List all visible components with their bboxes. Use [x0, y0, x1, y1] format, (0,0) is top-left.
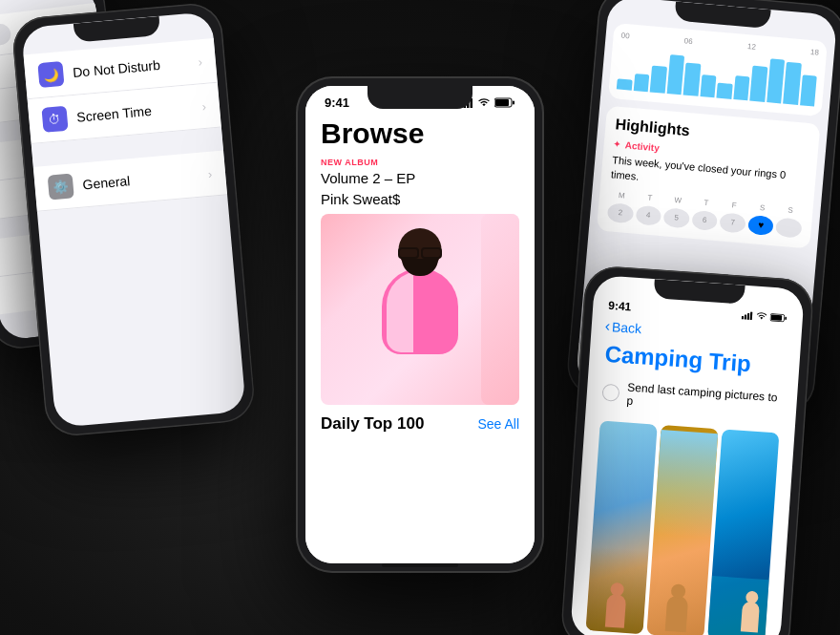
circle-2: 4	[635, 204, 662, 225]
phone-settings-main: 🌙 Do Not Disturb › ⏱ Screen Time ›	[10, 1, 257, 437]
chart-bar-9	[749, 66, 767, 102]
chart-bar-11	[783, 62, 801, 105]
day-W: W	[665, 195, 691, 205]
chart-label-00: 00	[620, 32, 630, 41]
checkbox-icon[interactable]	[601, 384, 620, 402]
home-indicator-music	[382, 563, 458, 567]
chart-bar-12	[800, 74, 817, 106]
chevron-screen-time: ›	[201, 98, 207, 113]
notes-status-icons	[742, 310, 788, 322]
chart-bar-8	[733, 75, 750, 101]
general-icon: ⚙️	[48, 173, 74, 200]
chart-bar-7	[716, 82, 732, 98]
chart-bar-10	[766, 58, 785, 103]
notch-music	[368, 86, 472, 109]
phone-music-main: 9:41	[296, 76, 544, 573]
svg-rect-5	[495, 99, 509, 106]
chart-bar-2	[633, 74, 649, 93]
camping-photo-2	[646, 425, 718, 635]
chart-bar-4	[666, 54, 684, 95]
chevron-general: ›	[207, 166, 213, 180]
camping-photo-1	[586, 421, 658, 635]
screen-time-icon: ⏱	[41, 106, 68, 133]
day-F: F	[722, 200, 747, 210]
phone-screen-2: 🌙 Do Not Disturb › ⏱ Screen Time ›	[21, 11, 246, 428]
day-T2: T	[693, 198, 719, 208]
back-label: Back	[612, 319, 642, 336]
chart-label-18: 18	[810, 48, 820, 57]
phone-screen-notes: 9:41	[570, 275, 805, 635]
circle-heart-active: ♥	[747, 215, 774, 236]
circle-3: 5	[663, 207, 690, 228]
new-album-label: NEW ALBUM	[305, 158, 535, 169]
glasses	[398, 247, 442, 259]
svg-rect-12	[771, 314, 783, 321]
circle-5: 7	[720, 212, 746, 233]
music-content: 9:41	[305, 86, 535, 563]
svg-rect-9	[747, 312, 750, 319]
circle-1: 2	[607, 202, 634, 223]
activity-icon: ✦	[613, 138, 621, 150]
music-time: 9:41	[325, 95, 349, 110]
svg-rect-6	[513, 101, 514, 105]
album-cover	[321, 214, 519, 405]
circle-4: 6	[691, 210, 718, 231]
daily-top-label: Daily Top 100	[321, 414, 424, 434]
svg-rect-13	[785, 316, 787, 319]
album-person	[353, 219, 487, 405]
notes-battery-icon	[770, 312, 788, 322]
daily-top-section: Daily Top 100 See All	[305, 405, 535, 437]
day-T1: T	[637, 192, 662, 202]
screen-time-label: Screen Time	[76, 98, 203, 124]
next-card	[481, 214, 519, 405]
back-chevron-icon: ‹	[604, 318, 611, 335]
day-M: M	[609, 190, 635, 201]
general-label: General	[82, 166, 209, 192]
phone-screen-music: 9:41	[305, 86, 535, 563]
wifi-icon	[477, 98, 491, 108]
svg-rect-8	[745, 314, 746, 319]
camping-photos	[570, 412, 795, 635]
day-Su: S	[778, 204, 804, 215]
chart-bar-6	[700, 74, 716, 97]
album-title-line1: Volume 2 – EP	[305, 169, 535, 190]
day-S: S	[749, 202, 775, 213]
browse-title: Browse	[305, 114, 535, 158]
see-all-button[interactable]: See All	[477, 416, 519, 432]
camping-photo-3	[707, 429, 779, 635]
notes-time: 9:41	[608, 299, 632, 314]
do-not-disturb-icon: 🌙	[37, 61, 64, 88]
chart-bar-5	[683, 62, 701, 96]
battery-icon	[494, 97, 515, 108]
activity-badge: Activity	[624, 139, 660, 153]
circle-7	[775, 217, 802, 238]
chart-bar-1	[617, 78, 632, 91]
chart-label-06: 06	[683, 36, 693, 46]
svg-rect-10	[750, 311, 753, 320]
chart-bar-3	[650, 66, 667, 94]
chart-label-12: 12	[747, 42, 757, 52]
notes-wifi-icon	[756, 311, 768, 321]
do-not-disturb-label: Do Not Disturb	[73, 54, 200, 80]
album-title-line2: Pink Sweat$	[305, 190, 535, 215]
toggle-switch[interactable]	[0, 23, 12, 48]
svg-rect-7	[742, 315, 744, 319]
phone-notes: 9:41	[559, 265, 814, 635]
notes-signal-icon	[742, 310, 754, 320]
chevron-dnd: ›	[198, 54, 203, 69]
camping-item-text: Send last camping pictures to p	[626, 380, 783, 417]
